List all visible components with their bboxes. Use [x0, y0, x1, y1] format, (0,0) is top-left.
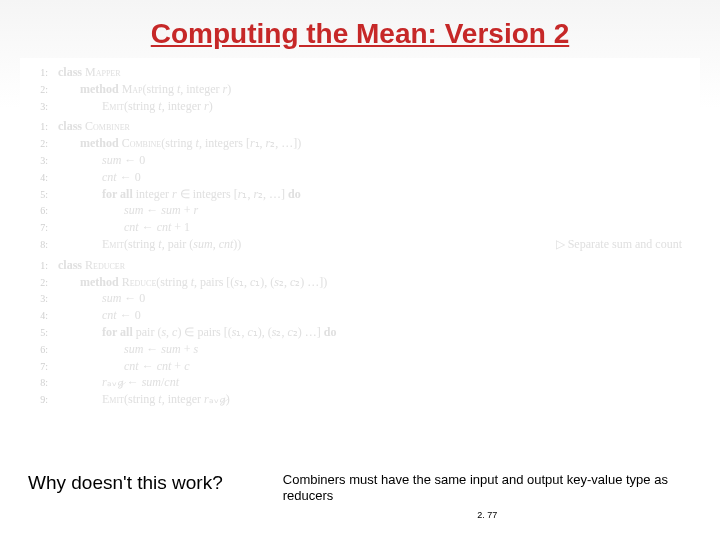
- line-number: 5:: [28, 326, 48, 340]
- code-line: 1:class Combiner: [28, 118, 692, 135]
- code-line: 7:cnt ← cnt + 1: [28, 219, 692, 236]
- code-line: 6:sum ← sum + s: [28, 341, 692, 358]
- code-text: method Reduce(string t, pairs [(s₁, c₁),…: [58, 274, 327, 291]
- code-line: 2:method Reduce(string t, pairs [(s₁, c₁…: [28, 274, 692, 291]
- code-line: 6:sum ← sum + r: [28, 202, 692, 219]
- line-number: 2:: [28, 137, 48, 151]
- line-number: 7:: [28, 360, 48, 374]
- slide-title: Computing the Mean: Version 2: [0, 0, 720, 58]
- code-text: sum ← 0: [58, 290, 145, 307]
- reducer-block: 1:class Reducer2:method Reduce(string t,…: [28, 257, 692, 408]
- code-text: method Map(string t, integer r): [58, 81, 231, 98]
- pseudocode-block: 1:class Mapper2:method Map(string t, int…: [20, 58, 700, 418]
- code-text: Emit(string t, pair (sum, cnt)): [58, 236, 241, 253]
- line-number: 4:: [28, 171, 48, 185]
- line-number: 6:: [28, 204, 48, 218]
- code-line: 4:cnt ← 0: [28, 169, 692, 186]
- line-number: 5:: [28, 188, 48, 202]
- code-text: cnt ← 0: [58, 169, 141, 186]
- code-text: class Combiner: [58, 118, 130, 135]
- code-line: 9:Emit(string t, integer rₐᵥ𝓰): [28, 391, 692, 408]
- code-line: 1:class Mapper: [28, 64, 692, 81]
- code-comment: ▷ Separate sum and count: [556, 236, 682, 253]
- note-group: Combiners must have the same input and o…: [283, 472, 692, 521]
- mapper-block: 1:class Mapper2:method Map(string t, int…: [28, 64, 692, 114]
- line-number: 6:: [28, 343, 48, 357]
- code-line: 5:for all integer r ∈ integers [r₁, r₂, …: [28, 186, 692, 203]
- code-line: 7:cnt ← cnt + c: [28, 358, 692, 375]
- line-number: 1:: [28, 259, 48, 273]
- code-line: 2:method Map(string t, integer r): [28, 81, 692, 98]
- line-number: 8:: [28, 238, 48, 252]
- line-number: 1:: [28, 120, 48, 134]
- line-number: 4:: [28, 309, 48, 323]
- line-number: 3:: [28, 154, 48, 168]
- line-number: 2:: [28, 83, 48, 97]
- code-text: cnt ← cnt + 1: [58, 219, 190, 236]
- page-number: 2. 77: [283, 510, 692, 520]
- code-text: sum ← sum + s: [58, 341, 198, 358]
- line-number: 3:: [28, 292, 48, 306]
- line-number: 1:: [28, 66, 48, 80]
- line-number: 9:: [28, 393, 48, 407]
- code-text: for all integer r ∈ integers [r₁, r₂, …]…: [58, 186, 301, 203]
- code-line: 3:Emit(string t, integer r): [28, 98, 692, 115]
- code-line: 3:sum ← 0: [28, 290, 692, 307]
- code-line: 2:method Combine(string t, integers [r₁,…: [28, 135, 692, 152]
- code-line: 1:class Reducer: [28, 257, 692, 274]
- bottom-row: Why doesn't this work? Combiners must ha…: [0, 472, 720, 521]
- code-line: 3:sum ← 0: [28, 152, 692, 169]
- code-text: method Combine(string t, integers [r₁, r…: [58, 135, 301, 152]
- code-text: for all pair (s, c) ∈ pairs [(s₁, c₁), (…: [58, 324, 336, 341]
- code-text: Emit(string t, integer r): [58, 98, 213, 115]
- combiner-block: 1:class Combiner2:method Combine(string …: [28, 118, 692, 252]
- line-number: 3:: [28, 100, 48, 114]
- note-text: Combiners must have the same input and o…: [283, 472, 692, 505]
- code-text: Emit(string t, integer rₐᵥ𝓰): [58, 391, 230, 408]
- code-line: 8:Emit(string t, pair (sum, cnt))▷ Separ…: [28, 236, 692, 253]
- code-line: 5:for all pair (s, c) ∈ pairs [(s₁, c₁),…: [28, 324, 692, 341]
- code-text: class Reducer: [58, 257, 125, 274]
- code-text: cnt ← cnt + c: [58, 358, 189, 375]
- code-text: sum ← sum + r: [58, 202, 198, 219]
- code-text: rₐᵥ𝓰 ← sum/cnt: [58, 374, 179, 391]
- code-text: class Mapper: [58, 64, 121, 81]
- question-text: Why doesn't this work?: [28, 472, 223, 494]
- code-line: 4:cnt ← 0: [28, 307, 692, 324]
- code-text: cnt ← 0: [58, 307, 141, 324]
- line-number: 7:: [28, 221, 48, 235]
- code-line: 8:rₐᵥ𝓰 ← sum/cnt: [28, 374, 692, 391]
- line-number: 8:: [28, 376, 48, 390]
- line-number: 2:: [28, 276, 48, 290]
- code-text: sum ← 0: [58, 152, 145, 169]
